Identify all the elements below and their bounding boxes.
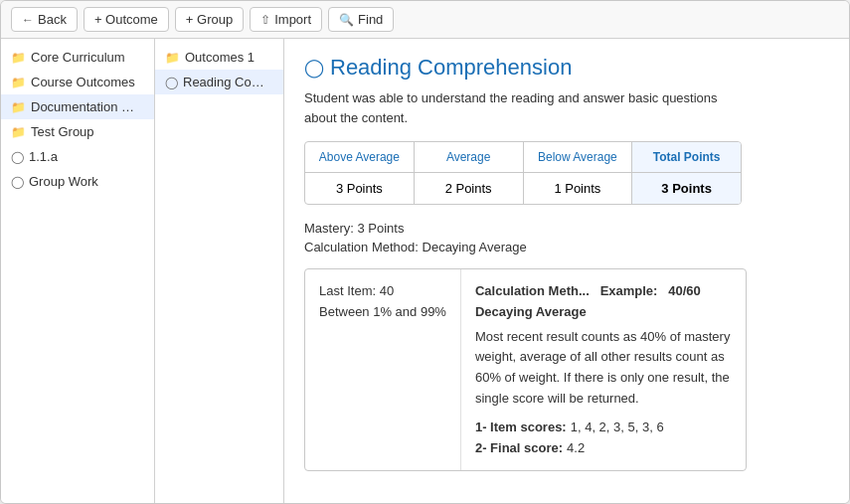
average-value: 2 Points	[415, 173, 524, 204]
final-score-row: 2- Final score: 4.2	[475, 438, 732, 459]
between-label: Between 1% and 99%	[319, 302, 446, 323]
folder-icon: 📁	[11, 76, 26, 89]
import-button[interactable]: ⇧ Import	[250, 7, 322, 32]
page-title: ◯ Reading Comprehension	[304, 55, 829, 81]
calc-scores: 1- Item scores: 1, 4, 2, 3, 5, 3, 6 2- F…	[475, 418, 732, 459]
below-average-header: Below Average	[524, 142, 633, 173]
folder-icon: 📁	[165, 51, 180, 65]
sidebar-item-course-outcomes[interactable]: 📁 Course Outcomes	[1, 70, 154, 94]
content-area: ◯ Reading Comprehension Student was able…	[284, 39, 849, 503]
folder-icon: 📁	[11, 100, 26, 114]
outcome-button[interactable]: + Outcome	[84, 7, 169, 32]
outcome-icon: ◯	[11, 175, 24, 189]
main-layout: 📁 Core Curriculum 📁 Course Outcomes 📁 Do…	[1, 39, 849, 503]
calc-right: Calculation Meth... Example: 40/60 Decay…	[461, 269, 746, 470]
points-table-header: Above Average Average Below Average Tota…	[305, 142, 741, 173]
total-points-header: Total Points	[632, 142, 741, 173]
back-icon: ←	[22, 13, 34, 27]
folder-icon: 📁	[11, 125, 26, 139]
outcome-title-icon: ◯	[304, 57, 324, 79]
calc-box: Last Item: 40 Between 1% and 99% Calcula…	[304, 268, 747, 471]
calculation-method-info: Calculation Method: Decaying Average	[304, 240, 829, 254]
calc-description: Most recent result counts as 40% of mast…	[475, 327, 732, 410]
outcomes-item-outcomes-1[interactable]: 📁 Outcomes 1	[155, 45, 283, 70]
folder-icon: 📁	[11, 51, 26, 65]
app-window: ← Back + Outcome + Group ⇧ Import 🔍 Find…	[0, 0, 850, 504]
item-scores-row: 1- Item scores: 1, 4, 2, 3, 5, 3, 6	[475, 418, 732, 438]
panel-area: 📁 Outcomes 1 ◯ Reading Comprehen... ◯ Re…	[155, 39, 849, 503]
sidebar: 📁 Core Curriculum 📁 Course Outcomes 📁 Do…	[1, 39, 155, 503]
outcomes-panel: 📁 Outcomes 1 ◯ Reading Comprehen...	[155, 39, 284, 503]
calc-left: Last Item: 40 Between 1% and 99%	[305, 269, 461, 470]
sidebar-item-group-work[interactable]: ◯ Group Work	[1, 169, 154, 194]
above-average-value: 3 Points	[305, 173, 415, 204]
back-button[interactable]: ← Back	[11, 7, 78, 32]
search-icon: 🔍	[339, 13, 354, 27]
outcome-icon: ◯	[165, 76, 178, 89]
sidebar-item-test-group[interactable]: 📁 Test Group	[1, 119, 154, 144]
total-points-value: 3 Points	[632, 173, 741, 204]
calc-right-header: Calculation Meth... Example: 40/60 Decay…	[475, 281, 732, 323]
last-item-label: Last Item: 40	[319, 281, 446, 302]
outcome-icon: ◯	[11, 150, 24, 164]
import-icon: ⇧	[260, 13, 270, 27]
sidebar-item-core-curriculum[interactable]: 📁 Core Curriculum	[1, 45, 154, 70]
sidebar-item-documentation-out[interactable]: 📁 Documentation Out...	[1, 94, 154, 119]
points-table-values: 3 Points 2 Points 1 Points 3 Points	[305, 173, 741, 204]
below-average-value: 1 Points	[524, 173, 633, 204]
average-header: Average	[415, 142, 524, 173]
outcomes-item-reading-comprehension[interactable]: ◯ Reading Comprehen...	[155, 70, 283, 94]
above-average-header: Above Average	[305, 142, 415, 173]
group-button[interactable]: + Group	[175, 7, 244, 32]
find-button[interactable]: 🔍 Find	[328, 7, 394, 32]
toolbar: ← Back + Outcome + Group ⇧ Import 🔍 Find	[1, 1, 849, 39]
sidebar-item-1-1-a[interactable]: ◯ 1.1.a	[1, 144, 154, 169]
calc-box-inner: Last Item: 40 Between 1% and 99% Calcula…	[305, 269, 746, 470]
mastery-info: Mastery: 3 Points	[304, 221, 829, 236]
points-table: Above Average Average Below Average Tota…	[304, 141, 742, 205]
content-description: Student was able to understand the readi…	[304, 88, 732, 127]
